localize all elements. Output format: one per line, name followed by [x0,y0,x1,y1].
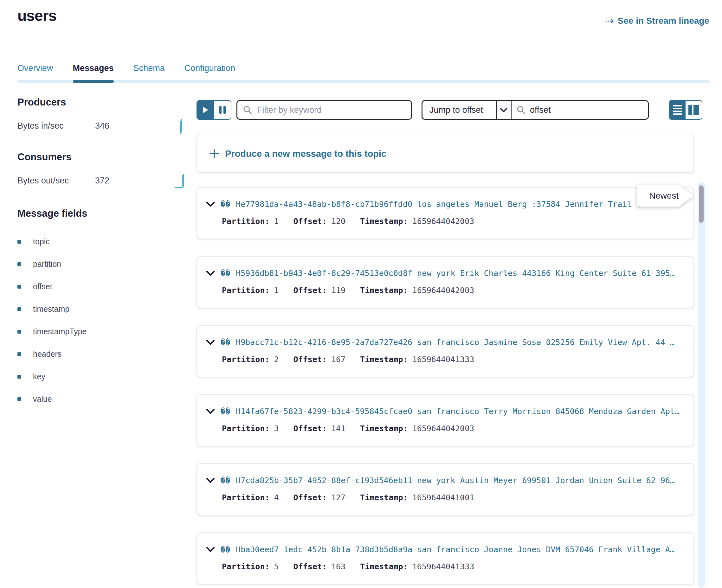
message-key-glyphs: �� [221,407,230,416]
tab-schema[interactable]: Schema [133,63,165,83]
filter-keyword-input[interactable] [256,105,405,115]
partition-value: 5 [274,562,279,571]
pause-icon [224,106,226,114]
scrollbar-track[interactable] [698,182,705,588]
tab-messages[interactable]: Messages [73,63,114,83]
offset-label: Offset: [293,286,327,295]
topic-page: users ⇢ See in Stream lineage Overview M… [0,0,722,588]
partition-value: 3 [274,424,279,433]
timestamp-label: Timestamp: [360,562,408,571]
play-pause-toggle [197,100,231,120]
messages-toolbar: Jump to offset [197,100,702,120]
message-fields-heading: Message fields [17,208,185,219]
tab-overview[interactable]: Overview [17,63,53,83]
jump-to-offset-group: Jump to offset [421,100,649,120]
field-item-offset[interactable]: offset [17,275,185,298]
timestamp-value: 1659644041333 [412,562,474,571]
timestamp-value: 1659644042003 [412,286,474,295]
message-row[interactable]: �� H7cda825b-35b7-4952-88ef-c193d546eb11… [197,463,694,516]
partition-label: Partition: [222,562,270,571]
expand-chevron-icon[interactable] [206,202,215,207]
newest-tooltip-shape: Newest [637,185,694,207]
field-item-topic[interactable]: topic [17,230,185,253]
partition-label: Partition: [222,493,270,502]
field-item-partition[interactable]: partition [17,253,185,275]
message-value-preview: H9bacc71c-b12c-4216-8e95-2a7da727e426 sa… [236,338,675,347]
view-mode-toggle [669,100,702,120]
field-item-headers[interactable]: headers [17,343,185,365]
message-key-glyphs: �� [221,338,230,347]
message-row[interactable]: �� H9bacc71c-b12c-4216-8e95-2a7da727e426… [197,325,694,377]
message-list: �� He77981da-4a43-48ab-b8f8-cb71b96ffdd0… [197,187,694,588]
offset-search-box [512,101,648,119]
timestamp-label: Timestamp: [360,493,408,502]
produce-message-button[interactable]: Produce a new message to this topic [197,135,694,173]
field-bullet-icon [17,330,21,334]
timestamp-label: Timestamp: [360,355,408,364]
offset-search-input[interactable] [529,105,643,115]
expand-chevron-icon[interactable] [206,271,215,276]
jump-to-offset-select[interactable]: Jump to offset [422,101,496,119]
message-row[interactable]: �� H14fa67fe-5823-4299-b3c4-595845cfcae0… [197,394,694,446]
field-bullet-icon [17,262,21,266]
bytes-out-metric: Bytes out/sec 372 [17,172,185,189]
offset-value: 141 [331,424,346,433]
consumers-heading: Consumers [17,151,185,163]
bytes-out-value: 372 [95,176,109,186]
message-value-preview: H14fa67fe-5823-4299-b3c4-595845cfcae0 sa… [236,407,680,416]
field-item-timestamp[interactable]: timestamp [17,298,185,320]
expand-chevron-icon[interactable] [206,547,215,552]
field-bullet-icon [17,352,21,356]
list-view-button[interactable] [669,101,685,119]
newest-tooltip: Newest [637,185,694,207]
lineage-link-label: See in Stream lineage [618,16,709,26]
sidebar: Producers Bytes in/sec 346 Consumers Byt… [17,97,185,410]
tab-bar: Overview Messages Schema Configuration [17,63,710,83]
search-icon [517,105,525,114]
pause-icon [219,106,222,114]
partition-label: Partition: [222,286,270,295]
offset-label: Offset: [293,217,327,226]
message-key-glyphs: �� [221,476,230,485]
message-row[interactable]: �� H5936db81-b943-4e0f-8c29-74513e0c0d8f… [197,256,694,308]
offset-value: 120 [331,217,346,226]
timestamp-value: 1659644042003 [412,217,474,226]
producers-heading: Producers [17,97,185,108]
timestamp-value: 1659644041333 [412,355,474,364]
scrollbar-thumb[interactable] [699,185,704,223]
tab-configuration[interactable]: Configuration [184,63,235,83]
play-icon [203,106,209,113]
column-view-button[interactable] [685,101,702,119]
pause-button[interactable] [214,101,231,119]
field-item-value[interactable]: value [17,388,185,410]
message-value-preview: H5936db81-b943-4e0f-8c29-74513e0c0d8f ne… [236,269,675,278]
timestamp-label: Timestamp: [360,424,408,433]
select-dropdown-button[interactable] [496,101,512,119]
see-in-stream-lineage-link[interactable]: ⇢ See in Stream lineage [605,16,709,26]
timestamp-label: Timestamp: [360,217,408,226]
partition-value: 2 [274,355,279,364]
message-key-glyphs: �� [221,545,230,554]
expand-chevron-icon[interactable] [206,409,215,414]
expand-chevron-icon[interactable] [206,340,215,345]
message-value-preview: H7cda825b-35b7-4952-88ef-c193d546eb11 ne… [236,476,675,485]
field-bullet-icon [17,285,21,289]
search-icon [243,105,252,114]
offset-label: Offset: [293,562,327,571]
partition-label: Partition: [222,355,270,364]
bytes-in-metric: Bytes in/sec 346 [17,118,185,134]
expand-chevron-icon[interactable] [206,478,215,483]
message-row[interactable]: �� Hba30eed7-1edc-452b-8b1a-738d3b5d8a9a… [197,532,694,585]
field-item-timestampType[interactable]: timestampType [17,320,185,343]
bytes-in-label: Bytes in/sec [17,121,95,131]
field-item-key[interactable]: key [17,365,185,388]
message-row[interactable]: �� He77981da-4a43-48ab-b8f8-cb71b96ffdd0… [197,187,694,239]
message-key-glyphs: �� [221,269,230,278]
offset-value: 163 [331,562,346,571]
plus-icon [209,149,219,159]
partition-value: 1 [274,217,279,226]
offset-value: 119 [331,286,346,295]
play-button[interactable] [197,101,214,119]
offset-label: Offset: [293,493,327,502]
chevron-down-icon [499,107,508,112]
